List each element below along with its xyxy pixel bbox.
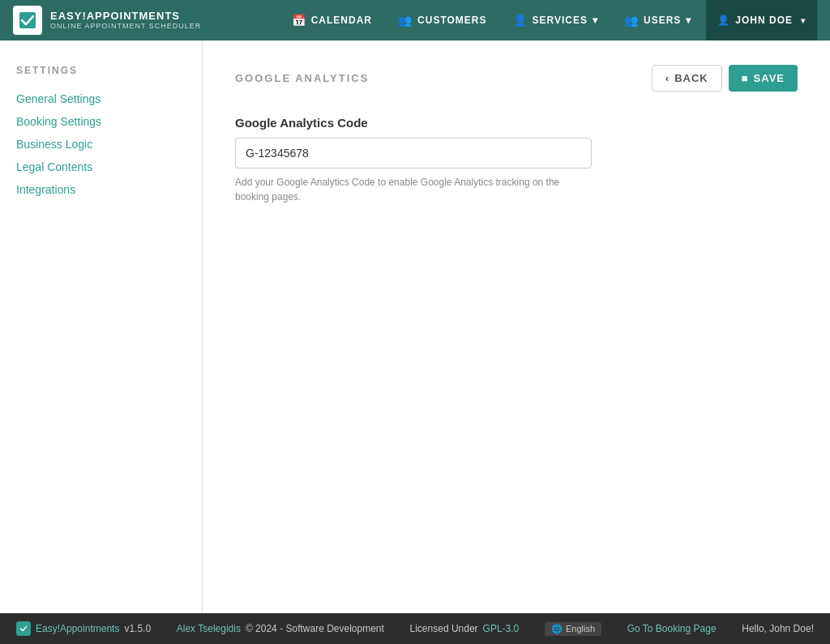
footer-greeting-section: Hello, John Doe! <box>742 623 814 634</box>
customers-icon: 👥 <box>398 14 413 27</box>
user-caret: ▾ <box>801 16 806 25</box>
sidebar-menu: General Settings Booking Settings Busine… <box>16 92 186 196</box>
brand-name: EASY!APPOINTMENTS <box>50 10 201 23</box>
footer-brand-section: Easy!Appointments v1.5.0 <box>16 621 151 636</box>
footer: Easy!Appointments v1.5.0 Alex Tselegidis… <box>0 613 830 644</box>
sidebar-item-general-settings[interactable]: General Settings <box>16 92 186 105</box>
footer-logo <box>16 621 31 636</box>
nav-calendar[interactable]: 📅 CALENDAR <box>280 0 383 41</box>
navbar: EASY!APPOINTMENTS ONLINE APPOINTMENT SCH… <box>0 0 830 41</box>
header-actions: ‹ BACK ■ SAVE <box>652 65 798 92</box>
main-content: SETTINGS General Settings Booking Settin… <box>0 41 830 613</box>
nav-items: 📅 CALENDAR 👥 CUSTOMERS 👤 SERVICES ▾ 👥 US… <box>280 0 817 41</box>
save-label: SAVE <box>754 72 785 84</box>
language-badge[interactable]: 🌐 English <box>545 622 601 636</box>
footer-author-link[interactable]: Alex Tselegidis <box>177 623 241 634</box>
page-content: GOOGLE ANALYTICS ‹ BACK ■ SAVE Google An… <box>203 41 830 613</box>
sidebar-link-legal-contents[interactable]: Legal Contents <box>16 160 92 173</box>
calendar-icon: 📅 <box>292 14 306 27</box>
back-icon: ‹ <box>665 72 670 84</box>
analytics-code-label: Google Analytics Code <box>235 116 592 130</box>
sidebar: SETTINGS General Settings Booking Settin… <box>0 41 203 613</box>
footer-booking-link[interactable]: Go To Booking Page <box>627 623 717 634</box>
footer-license-section: Licensed Under GPL-3.0 <box>410 623 520 634</box>
footer-version: v1.5.0 <box>124 623 151 634</box>
users-icon: 👥 <box>624 14 639 27</box>
form-section: Google Analytics Code Add your Google An… <box>235 116 592 204</box>
sidebar-item-booking-settings[interactable]: Booking Settings <box>16 115 186 128</box>
services-caret: ▾ <box>593 15 598 26</box>
sidebar-link-business-logic[interactable]: Business Logic <box>16 138 92 151</box>
nav-user[interactable]: 👤 JOHN DOE ▾ <box>706 0 817 41</box>
sidebar-item-business-logic[interactable]: Business Logic <box>16 138 186 151</box>
calendar-label: CALENDAR <box>311 15 372 26</box>
user-icon: 👤 <box>717 15 730 26</box>
page-header: GOOGLE ANALYTICS ‹ BACK ■ SAVE <box>235 65 798 92</box>
footer-lang-section: 🌐 English <box>545 622 601 636</box>
nav-users[interactable]: 👥 USERS ▾ <box>613 0 703 41</box>
footer-brand-link[interactable]: Easy!Appointments <box>36 623 119 634</box>
sidebar-item-legal-contents[interactable]: Legal Contents <box>16 160 186 173</box>
footer-author-section: Alex Tselegidis © 2024 - Software Develo… <box>177 623 384 634</box>
sidebar-title: SETTINGS <box>16 65 186 76</box>
sidebar-item-integrations[interactable]: Integrations <box>16 183 186 196</box>
nav-services[interactable]: 👤 SERVICES ▾ <box>502 0 610 41</box>
sidebar-link-booking-settings[interactable]: Booking Settings <box>16 115 101 128</box>
lang-icon: 🌐 <box>551 624 563 634</box>
footer-license-link[interactable]: GPL-3.0 <box>483 623 520 634</box>
user-label: JOHN DOE <box>735 15 793 26</box>
footer-license-prefix: Licensed Under <box>410 623 478 634</box>
back-button[interactable]: ‹ BACK <box>652 65 722 92</box>
page-title: GOOGLE ANALYTICS <box>235 72 369 84</box>
footer-booking-section: Go To Booking Page <box>627 623 717 634</box>
footer-greeting: Hello, John Doe! <box>742 623 814 634</box>
brand-subtitle: ONLINE APPOINTMENT SCHEDULER <box>50 22 201 31</box>
lang-label: English <box>566 624 595 633</box>
footer-copyright: © 2024 - Software Development <box>246 623 384 634</box>
analytics-code-help: Add your Google Analytics Code to enable… <box>235 175 592 204</box>
brand-text: EASY!APPOINTMENTS ONLINE APPOINTMENT SCH… <box>50 10 201 31</box>
brand-logo <box>13 6 42 35</box>
back-label: BACK <box>674 72 708 84</box>
sidebar-link-general-settings[interactable]: General Settings <box>16 92 101 105</box>
users-label: USERS <box>644 15 681 26</box>
customers-label: CUSTOMERS <box>417 15 486 26</box>
save-icon: ■ <box>742 72 749 84</box>
sidebar-link-integrations[interactable]: Integrations <box>16 183 75 196</box>
nav-customers[interactable]: 👥 CUSTOMERS <box>387 0 498 41</box>
services-icon: 👤 <box>513 14 528 27</box>
brand: EASY!APPOINTMENTS ONLINE APPOINTMENT SCH… <box>13 6 201 35</box>
analytics-code-input[interactable] <box>235 138 592 168</box>
users-caret: ▾ <box>686 15 691 26</box>
services-label: SERVICES <box>533 15 588 26</box>
save-button[interactable]: ■ SAVE <box>729 65 798 92</box>
